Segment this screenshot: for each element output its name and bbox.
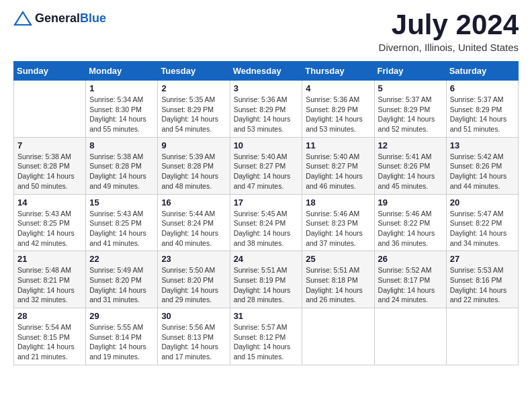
day-info: Sunrise: 5:47 AM Sunset: 8:22 PM Dayligh… xyxy=(450,209,515,248)
day-info: Sunrise: 5:43 AM Sunset: 8:25 PM Dayligh… xyxy=(17,209,82,248)
day-info: Sunrise: 5:52 AM Sunset: 8:17 PM Dayligh… xyxy=(378,265,443,305)
day-info: Sunrise: 5:41 AM Sunset: 8:26 PM Dayligh… xyxy=(378,152,443,191)
day-info: Sunrise: 5:51 AM Sunset: 8:18 PM Dayligh… xyxy=(306,265,370,305)
day-number: 4 xyxy=(306,83,370,93)
day-info: Sunrise: 5:35 AM Sunset: 8:29 PM Dayligh… xyxy=(161,95,226,134)
day-cell: 20Sunrise: 5:47 AM Sunset: 8:22 PM Dayli… xyxy=(446,194,518,251)
day-cell: 13Sunrise: 5:42 AM Sunset: 8:26 PM Dayli… xyxy=(446,137,518,194)
day-number: 5 xyxy=(378,83,443,93)
day-number: 21 xyxy=(17,254,82,264)
logo-text-general: General xyxy=(35,11,80,25)
day-number: 11 xyxy=(306,140,370,150)
day-info: Sunrise: 5:53 AM Sunset: 8:16 PM Dayligh… xyxy=(450,265,515,305)
week-row-4: 21Sunrise: 5:48 AM Sunset: 8:21 PM Dayli… xyxy=(14,251,519,308)
column-header-tuesday: Tuesday xyxy=(158,62,230,81)
day-cell: 2Sunrise: 5:35 AM Sunset: 8:29 PM Daylig… xyxy=(158,81,230,138)
day-info: Sunrise: 5:46 AM Sunset: 8:22 PM Dayligh… xyxy=(378,209,443,248)
day-cell: 26Sunrise: 5:52 AM Sunset: 8:17 PM Dayli… xyxy=(374,251,446,308)
day-info: Sunrise: 5:49 AM Sunset: 8:20 PM Dayligh… xyxy=(89,265,154,305)
day-number: 29 xyxy=(89,311,154,321)
day-cell: 4Sunrise: 5:36 AM Sunset: 8:29 PM Daylig… xyxy=(302,81,374,138)
day-cell: 25Sunrise: 5:51 AM Sunset: 8:18 PM Dayli… xyxy=(302,251,374,308)
main-title: July 2024 xyxy=(379,11,519,39)
day-cell xyxy=(302,308,374,365)
day-info: Sunrise: 5:43 AM Sunset: 8:25 PM Dayligh… xyxy=(89,209,154,248)
day-info: Sunrise: 5:44 AM Sunset: 8:24 PM Dayligh… xyxy=(161,209,226,248)
column-header-monday: Monday xyxy=(86,62,158,81)
day-info: Sunrise: 5:54 AM Sunset: 8:15 PM Dayligh… xyxy=(17,322,82,362)
day-cell: 27Sunrise: 5:53 AM Sunset: 8:16 PM Dayli… xyxy=(446,251,518,308)
day-info: Sunrise: 5:51 AM Sunset: 8:19 PM Dayligh… xyxy=(234,265,299,305)
day-cell xyxy=(446,308,518,365)
day-info: Sunrise: 5:34 AM Sunset: 8:30 PM Dayligh… xyxy=(89,95,154,134)
day-cell: 29Sunrise: 5:55 AM Sunset: 8:14 PM Dayli… xyxy=(86,308,158,365)
day-cell: 7Sunrise: 5:38 AM Sunset: 8:28 PM Daylig… xyxy=(14,137,86,194)
day-info: Sunrise: 5:50 AM Sunset: 8:20 PM Dayligh… xyxy=(161,265,226,305)
day-number: 24 xyxy=(234,254,299,264)
column-header-saturday: Saturday xyxy=(446,62,518,81)
day-cell: 30Sunrise: 5:56 AM Sunset: 8:13 PM Dayli… xyxy=(158,308,230,365)
day-number: 15 xyxy=(89,197,154,208)
day-cell xyxy=(14,81,86,138)
day-number: 27 xyxy=(450,254,515,264)
week-row-5: 28Sunrise: 5:54 AM Sunset: 8:15 PM Dayli… xyxy=(14,308,519,365)
day-number: 19 xyxy=(378,197,443,208)
day-number: 7 xyxy=(17,140,82,150)
day-info: Sunrise: 5:56 AM Sunset: 8:13 PM Dayligh… xyxy=(161,322,226,362)
day-number: 31 xyxy=(234,311,299,321)
day-info: Sunrise: 5:40 AM Sunset: 8:27 PM Dayligh… xyxy=(234,152,299,191)
day-number: 17 xyxy=(234,197,299,208)
week-row-3: 14Sunrise: 5:43 AM Sunset: 8:25 PM Dayli… xyxy=(14,194,519,251)
logo-text-blue: Blue xyxy=(80,11,106,25)
column-header-thursday: Thursday xyxy=(302,62,374,81)
subtitle: Divernon, Illinois, United States xyxy=(379,42,519,53)
day-info: Sunrise: 5:37 AM Sunset: 8:29 PM Dayligh… xyxy=(378,95,443,134)
day-number: 30 xyxy=(161,311,226,321)
day-info: Sunrise: 5:40 AM Sunset: 8:27 PM Dayligh… xyxy=(306,152,370,191)
day-cell: 5Sunrise: 5:37 AM Sunset: 8:29 PM Daylig… xyxy=(374,81,446,138)
day-cell: 3Sunrise: 5:36 AM Sunset: 8:29 PM Daylig… xyxy=(230,81,302,138)
calendar-header: SundayMondayTuesdayWednesdayThursdayFrid… xyxy=(14,62,519,81)
day-cell: 9Sunrise: 5:39 AM Sunset: 8:28 PM Daylig… xyxy=(158,137,230,194)
day-cell: 10Sunrise: 5:40 AM Sunset: 8:27 PM Dayli… xyxy=(230,137,302,194)
day-cell: 22Sunrise: 5:49 AM Sunset: 8:20 PM Dayli… xyxy=(86,251,158,308)
day-cell: 28Sunrise: 5:54 AM Sunset: 8:15 PM Dayli… xyxy=(14,308,86,365)
day-number: 8 xyxy=(89,140,154,150)
day-number: 23 xyxy=(161,254,226,264)
day-info: Sunrise: 5:38 AM Sunset: 8:28 PM Dayligh… xyxy=(17,152,82,191)
day-number: 18 xyxy=(306,197,370,208)
day-number: 2 xyxy=(161,83,226,93)
day-info: Sunrise: 5:55 AM Sunset: 8:14 PM Dayligh… xyxy=(89,322,154,362)
day-number: 1 xyxy=(89,83,154,93)
column-header-wednesday: Wednesday xyxy=(230,62,302,81)
day-info: Sunrise: 5:45 AM Sunset: 8:24 PM Dayligh… xyxy=(234,209,299,248)
day-number: 22 xyxy=(89,254,154,264)
day-info: Sunrise: 5:36 AM Sunset: 8:29 PM Dayligh… xyxy=(306,95,370,134)
day-cell: 6Sunrise: 5:37 AM Sunset: 8:29 PM Daylig… xyxy=(446,81,518,138)
title-area: July 2024 Divernon, Illinois, United Sta… xyxy=(379,11,519,53)
day-cell: 8Sunrise: 5:38 AM Sunset: 8:28 PM Daylig… xyxy=(86,137,158,194)
day-number: 14 xyxy=(17,197,82,208)
logo-icon xyxy=(13,11,32,26)
column-header-sunday: Sunday xyxy=(14,62,86,81)
day-info: Sunrise: 5:57 AM Sunset: 8:12 PM Dayligh… xyxy=(234,322,299,362)
day-cell: 23Sunrise: 5:50 AM Sunset: 8:20 PM Dayli… xyxy=(158,251,230,308)
day-cell: 11Sunrise: 5:40 AM Sunset: 8:27 PM Dayli… xyxy=(302,137,374,194)
day-info: Sunrise: 5:39 AM Sunset: 8:28 PM Dayligh… xyxy=(161,152,226,191)
header: GeneralBlue July 2024 Divernon, Illinois… xyxy=(13,11,519,53)
day-cell: 17Sunrise: 5:45 AM Sunset: 8:24 PM Dayli… xyxy=(230,194,302,251)
day-cell: 31Sunrise: 5:57 AM Sunset: 8:12 PM Dayli… xyxy=(230,308,302,365)
day-number: 26 xyxy=(378,254,443,264)
day-cell: 1Sunrise: 5:34 AM Sunset: 8:30 PM Daylig… xyxy=(86,81,158,138)
day-cell: 24Sunrise: 5:51 AM Sunset: 8:19 PM Dayli… xyxy=(230,251,302,308)
day-number: 10 xyxy=(234,140,299,150)
day-number: 20 xyxy=(450,197,515,208)
day-cell xyxy=(374,308,446,365)
day-info: Sunrise: 5:46 AM Sunset: 8:23 PM Dayligh… xyxy=(306,209,370,248)
week-row-2: 7Sunrise: 5:38 AM Sunset: 8:28 PM Daylig… xyxy=(14,137,519,194)
day-info: Sunrise: 5:38 AM Sunset: 8:28 PM Dayligh… xyxy=(89,152,154,191)
day-number: 13 xyxy=(450,140,515,150)
day-cell: 16Sunrise: 5:44 AM Sunset: 8:24 PM Dayli… xyxy=(158,194,230,251)
calendar-body: 1Sunrise: 5:34 AM Sunset: 8:30 PM Daylig… xyxy=(14,81,519,365)
day-info: Sunrise: 5:48 AM Sunset: 8:21 PM Dayligh… xyxy=(17,265,82,305)
